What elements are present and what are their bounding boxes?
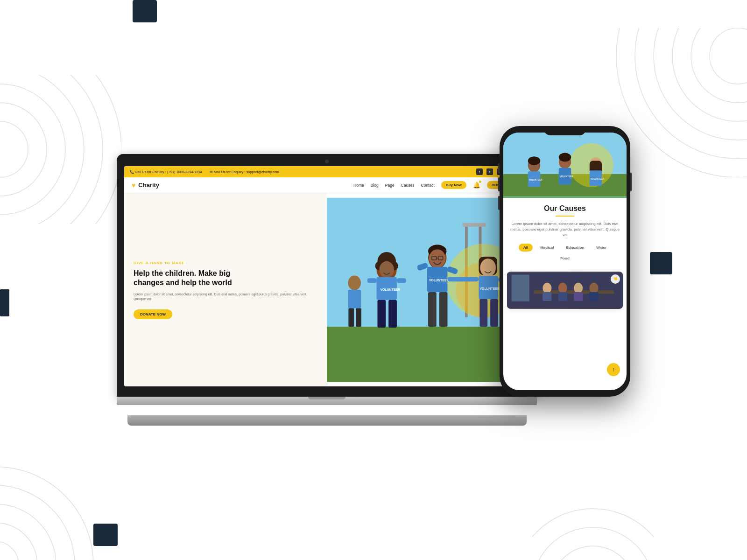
logo-area: ♥ Charity [132, 182, 159, 189]
filter-tab-food[interactable]: Food [556, 254, 574, 262]
laptop-body: 📞 Call Us for Enquiry : (+91) 1800-1234-… [117, 154, 537, 415]
phone-mockup: VOLUNTEER VOLUNTEER [500, 126, 630, 397]
phone-vol-up-button [498, 177, 500, 191]
devices-container: 📞 Call Us for Enquiry : (+91) 1800-1234-… [117, 126, 630, 453]
svg-point-32 [379, 261, 394, 278]
svg-rect-49 [428, 292, 437, 327]
svg-point-60 [348, 275, 361, 290]
nav-link-causes[interactable]: Causes [401, 183, 415, 188]
laptop-camera [325, 160, 329, 163]
hero-left-content: GIVE A HAND TO MAKE Help the children. M… [124, 193, 327, 386]
svg-rect-22 [327, 327, 529, 382]
phone-cause-card: 💛 [507, 272, 623, 309]
notification-bell[interactable]: 🔔 [473, 182, 480, 189]
svg-rect-87 [543, 292, 551, 301]
svg-text:VOLUNTEER: VOLUNTEER [479, 287, 500, 290]
email-info: ✉ Mail Us for Enquiry : support@charity.… [210, 170, 279, 174]
hero-description: Lorem ipsum dolor sit amet, consectetur … [134, 292, 317, 302]
phone-filter-tabs: All Medical Education Water [509, 244, 621, 252]
phone-causes-section: Our Causes Lorem ipsum dolor sit amet, c… [503, 198, 627, 272]
svg-rect-35 [367, 278, 377, 283]
phone-hero-image: VOLUNTEER VOLUNTEER [503, 133, 627, 198]
laptop-bottom [127, 415, 527, 426]
logo-text: Charity [138, 182, 159, 189]
svg-rect-25 [463, 223, 486, 227]
nav-links: Home Blog Page Causes Contact Buy Now 🔔 [353, 181, 522, 189]
filter-tab-medical[interactable]: Medical [536, 244, 558, 252]
svg-rect-36 [397, 278, 406, 283]
svg-rect-91 [574, 292, 583, 301]
content-wrapper: 📞 Call Us for Enquiry : (+91) 1800-1234-… [0, 0, 747, 560]
svg-rect-61 [348, 290, 361, 308]
filter-tab-water[interactable]: Water [592, 244, 611, 252]
svg-text:VOLUNTEER: VOLUNTEER [560, 175, 574, 178]
phone-hero-bg: VOLUNTEER VOLUNTEER [503, 133, 627, 198]
svg-point-90 [574, 283, 583, 294]
website-navbar: ♥ Charity Home Blog Page Causes Contact [124, 177, 529, 193]
svg-text:VOLUNTEER: VOLUNTEER [380, 288, 400, 291]
nav-link-blog[interactable]: Blog [371, 183, 379, 188]
facebook-icon[interactable]: f [476, 168, 483, 175]
svg-rect-59 [490, 299, 498, 327]
twitter-icon[interactable]: t [486, 168, 493, 175]
nav-link-page[interactable]: Page [385, 183, 395, 188]
laptop-bezel: 📞 Call Us for Enquiry : (+91) 1800-1234-… [117, 154, 537, 397]
phone-notch [544, 126, 586, 135]
nav-link-home[interactable]: Home [353, 183, 364, 188]
svg-text:VOLUNTEER: VOLUNTEER [529, 179, 543, 181]
svg-point-86 [543, 283, 551, 294]
laptop-base [117, 397, 537, 405]
phone-screen: VOLUNTEER VOLUNTEER [503, 133, 627, 390]
svg-point-88 [558, 283, 567, 294]
svg-text:VOLUNTEER: VOLUNTEER [591, 178, 605, 180]
hero-tagline: GIVE A HAND TO MAKE [134, 261, 317, 265]
phone-vol-down-button [498, 196, 500, 210]
svg-rect-38 [388, 300, 397, 328]
phone-cause-badge: 💛 [611, 274, 620, 284]
filter-tab-education[interactable]: Education [561, 244, 589, 252]
phone-causes-title: Our Causes [509, 204, 621, 213]
phone-causes-underline [556, 216, 574, 217]
hero-headline: Help the children. Make big changes and … [134, 269, 317, 287]
svg-point-53 [480, 259, 496, 277]
phone-cause-card-image: 💛 [507, 272, 623, 309]
phone-filter-tabs-row2: Food [509, 254, 621, 262]
scroll-up-button[interactable]: ↑ [607, 363, 620, 376]
phone-silent-button [498, 163, 500, 173]
hero-image: VOLUNTEER [327, 193, 529, 386]
website-content: 📞 Call Us for Enquiry : (+91) 1800-1234-… [124, 166, 529, 386]
svg-rect-37 [378, 300, 386, 328]
filter-tab-all[interactable]: All [519, 244, 533, 252]
top-bar-left: 📞 Call Us for Enquiry : (+91) 1800-1234-… [130, 170, 279, 174]
logo-heart-icon: ♥ [132, 182, 135, 189]
laptop-mockup: 📞 Call Us for Enquiry : (+91) 1800-1234-… [117, 154, 537, 434]
svg-rect-93 [589, 292, 598, 301]
svg-rect-56 [447, 277, 479, 281]
svg-rect-89 [558, 292, 567, 301]
svg-rect-63 [356, 308, 361, 326]
svg-point-76 [559, 153, 571, 162]
phone-power-button [630, 173, 632, 191]
phone-info: 📞 Call Us for Enquiry : (+91) 1800-1234-… [130, 170, 202, 174]
svg-rect-58 [479, 299, 487, 327]
nav-link-contact[interactable]: Contact [421, 183, 435, 188]
svg-point-92 [589, 283, 598, 294]
website-top-bar: 📞 Call Us for Enquiry : (+91) 1800-1234-… [124, 166, 529, 177]
phone-cause-cards: 💛 [503, 272, 627, 309]
svg-rect-50 [439, 292, 448, 327]
buy-now-button[interactable]: Buy Now [441, 181, 466, 189]
phone-body: VOLUNTEER VOLUNTEER [500, 126, 630, 397]
svg-rect-94 [512, 275, 529, 301]
svg-rect-62 [348, 308, 354, 326]
svg-text:VOLUNTEER: VOLUNTEER [429, 279, 449, 282]
phone-causes-description: Lorem ipsum dolor sit amet, consectetur … [509, 221, 621, 238]
hero-donate-button[interactable]: DONATE NOW [134, 309, 172, 319]
hero-section: GIVE A HAND TO MAKE Help the children. M… [124, 193, 529, 386]
phone-content: VOLUNTEER VOLUNTEER [503, 133, 627, 390]
bell-dot [479, 181, 481, 183]
svg-point-72 [528, 156, 540, 165]
laptop-screen: 📞 Call Us for Enquiry : (+91) 1800-1234-… [124, 166, 529, 386]
